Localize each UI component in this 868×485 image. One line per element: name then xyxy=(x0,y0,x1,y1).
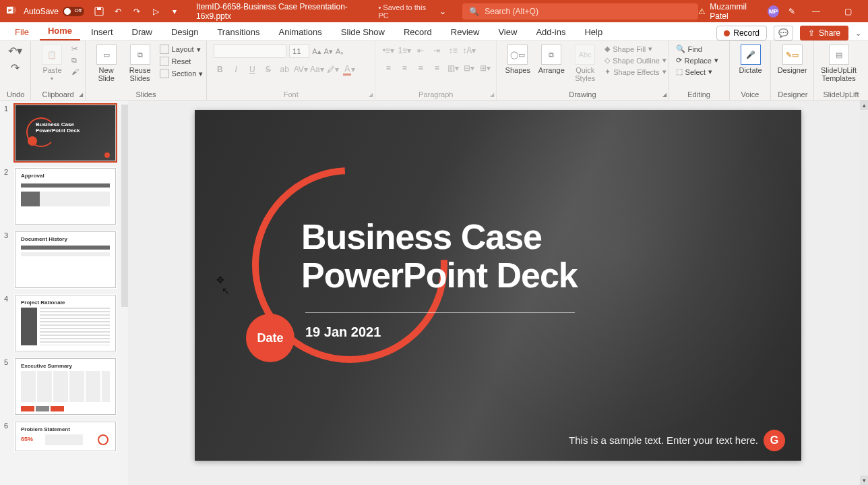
paragraph-launcher-icon[interactable]: ◢ xyxy=(490,92,494,98)
g-badge[interactable]: G xyxy=(764,430,785,451)
slide-canvas-area[interactable]: Business CasePowerPoint Deck Date 19 Jan… xyxy=(128,101,868,485)
italic-button[interactable]: I xyxy=(230,63,242,76)
shape-outline-button[interactable]: ◇Shape Outline ▾ xyxy=(604,56,666,65)
cut-button[interactable]: ✂ xyxy=(71,45,79,53)
bullets-button[interactable]: •≡▾ xyxy=(382,45,394,57)
justify-button[interactable]: ≡ xyxy=(431,62,443,74)
line-spacing-button[interactable]: ↕≡ xyxy=(447,45,459,57)
increase-font-icon[interactable]: A▴ xyxy=(312,47,321,56)
align-center-button[interactable]: ≡ xyxy=(398,62,410,74)
record-button[interactable]: Record xyxy=(716,26,767,40)
quick-styles-button[interactable]: Abc Quick Styles xyxy=(571,45,599,82)
comments-icon[interactable]: 💬 xyxy=(774,26,793,40)
align-left-button[interactable]: ≡ xyxy=(382,62,394,74)
scroll-up-icon[interactable]: ▴ xyxy=(860,101,868,110)
tab-draw[interactable]: Draw xyxy=(124,23,160,40)
format-painter-button[interactable]: 🖌 xyxy=(71,67,79,76)
redo-button[interactable]: ↷ xyxy=(11,61,20,74)
maximize-button[interactable]: ▢ xyxy=(837,3,860,20)
align-right-button[interactable]: ≡ xyxy=(414,62,427,74)
shape-fill-button[interactable]: ◆Shape Fill ▾ xyxy=(604,45,666,53)
tab-review[interactable]: Review xyxy=(443,23,488,40)
autosave-switch-icon[interactable] xyxy=(63,7,84,16)
reuse-slides-button[interactable]: ⧉ Reuse Slides xyxy=(126,45,154,82)
slideuplift-templates-button[interactable]: ▤ SlideUpLift Templates xyxy=(821,45,857,82)
slide-thumbnail-5[interactable]: Executive Summary xyxy=(15,358,116,415)
font-color-button[interactable]: A▾ xyxy=(343,63,355,76)
scroll-down-icon[interactable]: ▾ xyxy=(860,476,868,485)
section-button[interactable]: Section ▾ xyxy=(160,69,204,78)
decrease-font-icon[interactable]: A▾ xyxy=(324,47,333,56)
save-icon[interactable] xyxy=(94,6,104,17)
search-input[interactable] xyxy=(485,7,691,16)
account-button[interactable]: ⚠ Muzammil Patel MP xyxy=(698,2,779,21)
tab-design[interactable]: Design xyxy=(163,23,206,40)
ribbon-options-icon[interactable]: ⌄ xyxy=(855,29,861,38)
tab-addins[interactable]: Add-ins xyxy=(528,23,574,40)
font-size-input[interactable] xyxy=(289,45,309,58)
share-button[interactable]: ⇪ Share xyxy=(800,26,848,40)
font-name-input[interactable] xyxy=(214,45,286,58)
thumbnail-scrollbar[interactable] xyxy=(121,105,128,307)
tab-home[interactable]: Home xyxy=(40,22,80,40)
chevron-down-icon[interactable]: ▾ xyxy=(51,76,53,82)
decrease-indent-button[interactable]: ⇤ xyxy=(414,45,427,57)
underline-button[interactable]: U xyxy=(246,63,258,76)
shape-effects-button[interactable]: ✦Shape Effects ▾ xyxy=(604,67,666,76)
slide-canvas[interactable]: Business CasePowerPoint Deck Date 19 Jan… xyxy=(195,110,801,461)
smartart-button[interactable]: ⊞▾ xyxy=(479,62,491,74)
layout-button[interactable]: Layout ▾ xyxy=(160,45,204,54)
qat-customize-icon[interactable]: ▾ xyxy=(169,6,180,17)
select-button[interactable]: ⬚Select ▾ xyxy=(676,67,718,76)
tab-view[interactable]: View xyxy=(490,23,525,40)
copy-button[interactable]: ⧉ xyxy=(71,56,79,65)
replace-button[interactable]: ⟳Replace ▾ xyxy=(676,56,718,65)
chevron-down-icon[interactable]: ⌄ xyxy=(439,7,446,16)
clipboard-launcher-icon[interactable]: ◢ xyxy=(79,92,83,98)
highlight-button[interactable]: 🖉▾ xyxy=(327,63,339,76)
change-case-button[interactable]: Aa▾ xyxy=(311,63,323,76)
shadow-button[interactable]: ab xyxy=(278,63,290,76)
date-badge[interactable]: Date xyxy=(246,314,294,362)
autosave-toggle[interactable]: AutoSave xyxy=(24,7,84,16)
undo-icon[interactable]: ↶ xyxy=(113,6,123,17)
designer-button[interactable]: ✎▭ Designer xyxy=(778,45,807,74)
slide-thumbnail-pane[interactable]: 1 Business CasePowerPoint Deck 2 Approva… xyxy=(0,101,128,485)
search-box[interactable]: 🔍 xyxy=(462,3,698,20)
numbering-button[interactable]: 1≡▾ xyxy=(398,45,410,57)
from-beginning-icon[interactable]: ▷ xyxy=(150,6,161,17)
pen-input-icon[interactable]: ✎ xyxy=(788,7,795,16)
clear-formatting-icon[interactable]: Aₓ xyxy=(336,47,344,56)
dictate-button[interactable]: 🎤 Dictate xyxy=(737,45,765,74)
minimize-button[interactable]: — xyxy=(805,3,828,20)
slide-thumbnail-6[interactable]: Problem Statement 65% xyxy=(15,422,116,451)
undo-button[interactable]: ↶▾ xyxy=(8,45,22,57)
columns-button[interactable]: ▥▾ xyxy=(447,62,459,74)
new-slide-button[interactable]: ▭ New Slide xyxy=(92,45,121,82)
date-value[interactable]: 19 Jan 2021 xyxy=(305,324,381,340)
tab-record[interactable]: Record xyxy=(396,23,440,40)
document-title-area[interactable]: ItemID-6658-Business Case Presentation-1… xyxy=(196,2,446,21)
slide-thumbnail-4[interactable]: Project Rationale xyxy=(15,295,116,351)
slide-thumbnail-2[interactable]: Approval xyxy=(15,168,116,225)
text-direction-button[interactable]: ↕A▾ xyxy=(463,45,475,57)
tab-file[interactable]: File xyxy=(7,23,37,40)
strikethrough-button[interactable]: S̶ xyxy=(262,63,274,76)
char-spacing-button[interactable]: AV▾ xyxy=(294,63,307,76)
tab-animations[interactable]: Animations xyxy=(271,23,330,40)
reset-button[interactable]: Reset xyxy=(160,57,204,66)
slide-footer-text[interactable]: This is a sample text. Enter your text h… xyxy=(569,434,758,446)
tab-slideshow[interactable]: Slide Show xyxy=(333,23,393,40)
tab-help[interactable]: Help xyxy=(576,23,611,40)
tab-insert[interactable]: Insert xyxy=(83,23,121,40)
font-launcher-icon[interactable]: ◢ xyxy=(369,92,373,98)
tab-transitions[interactable]: Transitions xyxy=(209,23,268,40)
find-button[interactable]: 🔍Find xyxy=(676,45,718,53)
align-text-button[interactable]: ⊟▾ xyxy=(463,62,475,74)
arrange-button[interactable]: ⧉ Arrange xyxy=(537,45,565,74)
slide-thumbnail-1[interactable]: Business CasePowerPoint Deck xyxy=(15,105,116,161)
bold-button[interactable]: B xyxy=(214,63,226,76)
drawing-launcher-icon[interactable]: ◢ xyxy=(662,92,666,98)
redo-icon[interactable]: ↷ xyxy=(131,6,142,17)
increase-indent-button[interactable]: ⇥ xyxy=(431,45,443,57)
